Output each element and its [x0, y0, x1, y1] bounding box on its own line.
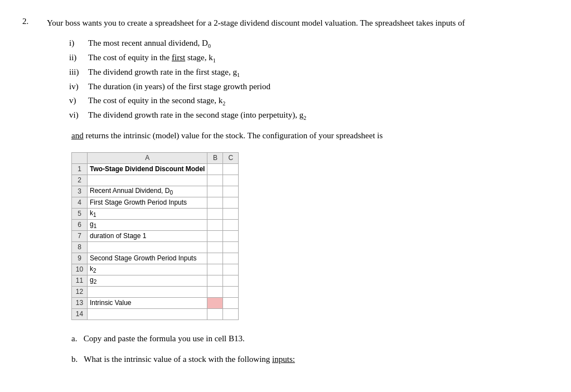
cell-B9: [207, 253, 223, 264]
row-num: 3: [72, 186, 88, 197]
list-label-i: i): [69, 36, 85, 51]
list-item: ii) The cost of equity in the first stag…: [69, 51, 465, 65]
table-row: 14: [72, 308, 239, 320]
table-row: 11 g2: [72, 275, 239, 286]
sub-question-a: a. Copy and paste the formula you use in…: [71, 331, 465, 346]
question-intro: Your boss wants you to create a spreadsh…: [47, 17, 465, 30]
cell-B2: [207, 175, 223, 186]
cell-A14: [88, 308, 207, 320]
row-num: 10: [72, 264, 88, 275]
cell-B7[interactable]: [207, 230, 223, 241]
cell-A5: k1: [88, 208, 207, 219]
cell-B5[interactable]: [207, 208, 223, 219]
sub-text-b: What is the intrinsic value of a stock w…: [84, 355, 295, 364]
cell-C1: [223, 163, 239, 175]
row-num: 6: [72, 219, 88, 230]
list-text-iii: The dividend growth rate in the first st…: [88, 65, 240, 80]
cell-C10: [223, 264, 239, 275]
row-num: 14: [72, 308, 88, 320]
row-num: 8: [72, 241, 88, 253]
list-text-ii: The cost of equity in the first stage, k…: [88, 51, 216, 65]
question-number: 2.: [22, 17, 36, 372]
sub-questions: a. Copy and paste the formula you use in…: [71, 331, 465, 367]
table-row: 4 First Stage Growth Period Inputs: [72, 197, 239, 208]
cell-C11: [223, 275, 239, 286]
cell-C8: [223, 241, 239, 253]
cell-C12: [223, 286, 239, 297]
cell-B11[interactable]: [207, 275, 223, 286]
cell-A2: [88, 175, 207, 186]
table-row: 13 Intrinsic Value: [72, 297, 239, 308]
inputs-list: i) The most recent annual dividend, D0 i…: [69, 36, 465, 123]
table-row: 1 Two-Stage Dividend Discount Model: [72, 163, 239, 175]
cell-A1: Two-Stage Dividend Discount Model: [88, 163, 207, 175]
cell-C7: [223, 230, 239, 241]
list-text-v: The cost of equity in the second stage, …: [88, 94, 225, 108]
cell-C14: [223, 308, 239, 320]
list-label-vi: vi): [69, 108, 85, 123]
col-header-C: C: [223, 152, 239, 163]
row-num: 1: [72, 163, 88, 175]
cell-B13[interactable]: [207, 297, 223, 308]
returns-text: and returns the intrinsic (model) value …: [71, 129, 465, 142]
sub-label-a: a.: [71, 334, 81, 343]
cell-B1: [207, 163, 223, 175]
list-text-vi: The dividend growth rate in the second s…: [88, 108, 306, 123]
cell-C6: [223, 219, 239, 230]
row-num: 9: [72, 253, 88, 264]
list-item: iv) The duration (in years) of the first…: [69, 80, 465, 94]
list-label-iv: iv): [69, 80, 85, 94]
cell-A11: g2: [88, 275, 207, 286]
cell-A10: k2: [88, 264, 207, 275]
list-label-ii: ii): [69, 51, 85, 65]
cell-C9: [223, 253, 239, 264]
table-row: 2: [72, 175, 239, 186]
cell-A3: Recent Annual Dividend, D0: [88, 186, 207, 197]
cell-B6[interactable]: [207, 219, 223, 230]
sub-label-b: b.: [71, 355, 82, 364]
list-item: i) The most recent annual dividend, D0: [69, 36, 465, 51]
row-num: 5: [72, 208, 88, 219]
table-row: 7 duration of Stage 1: [72, 230, 239, 241]
row-num: 12: [72, 286, 88, 297]
cell-A6: g1: [88, 219, 207, 230]
cell-C4: [223, 197, 239, 208]
list-text-i: The most recent annual dividend, D0: [88, 36, 211, 51]
sub-text-a: Copy and paste the formula you use in ce…: [84, 334, 245, 343]
cell-A4: First Stage Growth Period Inputs: [88, 197, 207, 208]
row-num: 4: [72, 197, 88, 208]
col-header-empty: [72, 152, 88, 163]
col-header-B: B: [207, 152, 223, 163]
table-row: 3 Recent Annual Dividend, D0: [72, 186, 239, 197]
cell-A8: [88, 241, 207, 253]
row-num: 13: [72, 297, 88, 308]
question-container: 2. Your boss wants you to create a sprea…: [22, 17, 549, 372]
cell-B10[interactable]: [207, 264, 223, 275]
cell-A12: [88, 286, 207, 297]
table-row: 8: [72, 241, 239, 253]
cell-C3: [223, 186, 239, 197]
table-row: 9 Second Stage Growth Period Inputs: [72, 253, 239, 264]
row-num: 7: [72, 230, 88, 241]
table-row: 12: [72, 286, 239, 297]
table-row: 10 k2: [72, 264, 239, 275]
cell-C5: [223, 208, 239, 219]
spreadsheet-table: A B C 1 Two-Stage Dividend Discount Mode…: [71, 152, 239, 320]
list-item: vi) The dividend growth rate in the seco…: [69, 108, 465, 123]
underline-and: and: [71, 131, 84, 140]
list-text-iv: The duration (in years) of the first sta…: [88, 80, 270, 94]
cell-A7: duration of Stage 1: [88, 230, 207, 241]
cell-C13: [223, 297, 239, 308]
cell-B3[interactable]: [207, 186, 223, 197]
cell-B14: [207, 308, 223, 320]
table-row: 6 g1: [72, 219, 239, 230]
row-num: 11: [72, 275, 88, 286]
spreadsheet-wrapper: A B C 1 Two-Stage Dividend Discount Mode…: [71, 152, 441, 320]
cell-A13: Intrinsic Value: [88, 297, 207, 308]
cell-C2: [223, 175, 239, 186]
sub-question-b: b. What is the intrinsic value of a stoc…: [71, 352, 465, 367]
cell-A9: Second Stage Growth Period Inputs: [88, 253, 207, 264]
cell-B12: [207, 286, 223, 297]
cell-B8: [207, 241, 223, 253]
list-label-iii: iii): [69, 65, 85, 80]
